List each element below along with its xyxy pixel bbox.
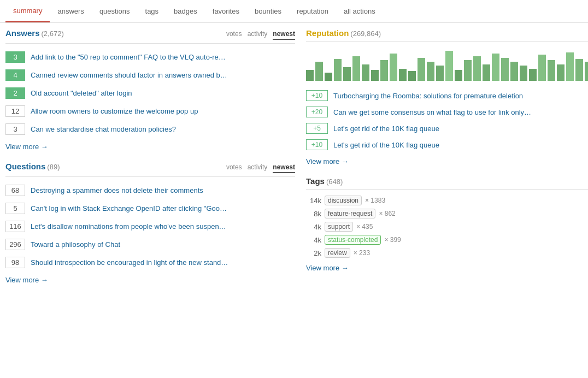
answer-row: 3 Can we standardise chat moderation pol…: [5, 120, 295, 138]
questions-title: Questions(89): [5, 162, 60, 171]
reputation-chart: [306, 48, 588, 81]
answers-sort-newest[interactable]: newest: [273, 30, 295, 40]
tab-summary[interactable]: summary: [5, 0, 50, 22]
questions-sort-activity[interactable]: activity: [248, 163, 268, 173]
tag-badge-2[interactable]: support: [325, 222, 353, 232]
question-link-2[interactable]: Let's disallow nominations from people w…: [31, 222, 226, 231]
tags-view-more-link[interactable]: View more →: [306, 264, 349, 272]
tags-grid: 14k discussion × 1383 8k feature-request…: [306, 194, 588, 259]
question-row: 296 Toward a philosophy of Chat: [5, 235, 295, 253]
profile-nav: summary answers questions tags badges fa…: [0, 0, 588, 23]
answer-link-1[interactable]: Canned review comments should factor in …: [31, 71, 227, 79]
tag-count-0: 14k: [306, 197, 321, 205]
rep-chart-bar: [483, 64, 490, 81]
rep-chart-bar: [325, 73, 332, 81]
rep-chart-bar: [352, 56, 360, 81]
rep-link-2[interactable]: Let's get rid of the 10K flag queue: [333, 125, 439, 133]
rep-chart-bar: [399, 69, 407, 81]
rep-chart-bar: [343, 67, 351, 81]
tags-view-more: View more →: [306, 264, 588, 272]
tag-row-left-2: 4k support × 435: [306, 220, 579, 233]
rep-chart-bar: [445, 51, 453, 81]
reputation-title-link[interactable]: Reputation(269,864): [306, 28, 381, 38]
question-score-3: 296: [5, 239, 25, 250]
answers-header: Answers(2,672) votes activity newest: [5, 28, 295, 44]
rep-link-0[interactable]: Turbocharging the Roomba: solutions for …: [333, 92, 523, 100]
tab-answers[interactable]: answers: [50, 1, 91, 22]
questions-sort-votes[interactable]: votes: [226, 163, 242, 173]
tag-times-3: × 399: [384, 236, 401, 244]
question-link-3[interactable]: Toward a philosophy of Chat: [31, 240, 120, 249]
tags-left: 14k discussion × 1383 8k feature-request…: [306, 194, 579, 259]
tags-header: Tags(648): [306, 176, 588, 190]
answer-link-3[interactable]: Allow room owners to customize the welco…: [31, 107, 198, 115]
rep-chart-bar: [362, 64, 369, 81]
tab-tags[interactable]: tags: [138, 1, 167, 22]
answer-link-2[interactable]: Old account "deleted" after login: [31, 89, 132, 97]
tab-all-actions[interactable]: all actions: [336, 1, 383, 22]
answer-row: 12 Allow room owners to customize the we…: [5, 102, 295, 120]
tab-favorites[interactable]: favorites: [205, 1, 247, 22]
answers-title-link[interactable]: Answers(2,672): [5, 28, 64, 38]
rep-score-0: +10: [306, 90, 328, 101]
answers-sort-activity[interactable]: activity: [248, 30, 268, 40]
tag-times-2: × 435: [356, 223, 373, 231]
tag-times-1: × 862: [379, 210, 395, 217]
questions-sort-newest[interactable]: newest: [273, 163, 295, 173]
tab-questions[interactable]: questions: [92, 1, 138, 22]
answers-view-more-link[interactable]: View more →: [5, 143, 48, 151]
rep-chart-bar: [575, 59, 583, 81]
answer-link-0[interactable]: Add link to the "50 rep to comment" FAQ …: [31, 53, 226, 61]
rep-score-2: +5: [306, 123, 328, 134]
reputation-view-more: View more →: [306, 157, 588, 166]
tab-badges[interactable]: badges: [166, 1, 205, 22]
questions-title-link[interactable]: Questions(89): [5, 162, 60, 171]
tag-count-4: 2k: [306, 249, 321, 257]
tag-badge-4[interactable]: review: [325, 248, 350, 258]
left-column: Answers(2,672) votes activity newest 3 A…: [5, 28, 295, 295]
rep-chart-bar: [548, 60, 555, 81]
reputation-view-more-link[interactable]: View more →: [306, 157, 349, 166]
tag-row-left-4: 2k review × 233: [306, 246, 579, 259]
nav-tabs: summary answers questions tags badges fa…: [0, 0, 588, 23]
tag-row-left-1: 8k feature-request × 862: [306, 207, 579, 220]
rep-chart-bar: [418, 58, 425, 81]
rep-row-1: +20 Can we get some consensus on what fl…: [306, 104, 588, 120]
rep-chart-bar: [473, 56, 481, 81]
question-row: 116 Let's disallow nominations from peop…: [5, 217, 295, 235]
rep-row-2: +5 Let's get rid of the 10K flag queue: [306, 120, 588, 137]
tag-badge-0[interactable]: discussion: [325, 196, 362, 205]
reputation-title: Reputation(269,864): [306, 28, 381, 38]
question-link-4[interactable]: Should introspection be encouraged in li…: [31, 258, 228, 267]
rep-row-0: +10 Turbocharging the Roomba: solutions …: [306, 87, 588, 104]
question-row: 5 Can't log in with Stack Exchange OpenI…: [5, 199, 295, 217]
question-score-1: 5: [5, 203, 25, 214]
rep-chart-bar: [557, 64, 565, 81]
rep-chart-bar: [390, 54, 397, 81]
questions-view-more-link[interactable]: View more →: [5, 276, 48, 284]
right-column: Reputation(269,864) top 0.02% overall +1…: [306, 28, 588, 295]
tag-count-1: 8k: [306, 210, 321, 218]
question-link-0[interactable]: Destroying a spammer does not delete the…: [31, 186, 203, 194]
answer-score-0: 3: [5, 51, 25, 63]
questions-view-more: View more →: [5, 276, 295, 284]
rep-link-3[interactable]: Let's get rid of the 10K flag queue: [333, 141, 439, 149]
answer-link-4[interactable]: Can we standardise chat moderation polic…: [31, 125, 176, 133]
rep-chart-bar: [520, 66, 527, 81]
main-content: Answers(2,672) votes activity newest 3 A…: [0, 23, 588, 300]
answers-sort-votes[interactable]: votes: [226, 30, 242, 40]
rep-chart-bar: [306, 70, 314, 81]
rep-chart-bar: [492, 54, 499, 81]
tab-bounties[interactable]: bounties: [247, 1, 289, 22]
tags-section: Tags(648) 14k discussion × 1383 8k featu…: [306, 176, 588, 272]
rep-chart-bar: [436, 66, 444, 81]
answer-row: 4 Canned review comments should factor i…: [5, 66, 295, 84]
answers-title: Answers(2,672): [5, 28, 64, 38]
question-link-1[interactable]: Can't log in with Stack Exchange OpenID …: [31, 204, 227, 212]
tag-badge-3[interactable]: status-completed: [325, 235, 381, 245]
rep-chart-bar: [566, 52, 574, 81]
rep-link-1[interactable]: Can we get some consensus on what flag t…: [333, 108, 531, 116]
tag-badge-1[interactable]: feature-request: [325, 209, 375, 218]
tab-reputation[interactable]: reputation: [289, 1, 336, 22]
rep-row-3: +10 Let's get rid of the 10K flag queue: [306, 137, 588, 153]
